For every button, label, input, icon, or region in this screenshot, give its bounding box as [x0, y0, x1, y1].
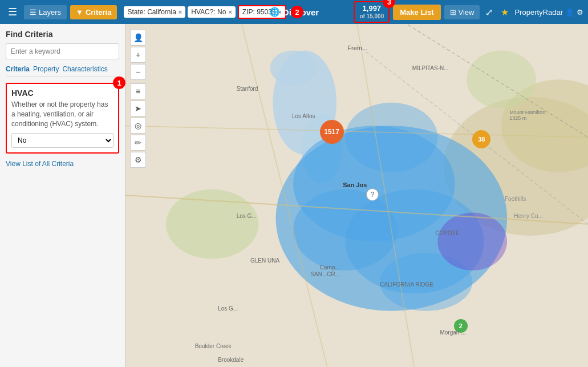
cluster-marker-1517[interactable]: 1517	[320, 120, 344, 144]
sidebar-tabs: Criteria Property Characteristics	[6, 65, 119, 77]
hvac-select[interactable]: No Yes Unknown	[11, 133, 113, 148]
map-background	[125, 24, 588, 367]
annotation-1: 1	[113, 76, 125, 89]
cluster-marker-2[interactable]: 2	[454, 319, 468, 333]
hvac-title: HVAC	[11, 88, 113, 98]
hvac-description: Whether or not the property has a heatin…	[11, 100, 113, 128]
globe-icon: 🌐	[269, 7, 280, 17]
svg-point-11	[293, 189, 397, 271]
settings-icon: ⚙	[577, 8, 583, 17]
count-badge-wrapper: 1,997 of 15,000 3	[354, 1, 390, 23]
main-content: Find Criteria Criteria Property Characte…	[0, 24, 588, 367]
tab-property[interactable]: Property	[33, 65, 59, 73]
share-icon: ⤢	[485, 7, 493, 17]
filter-tag-hvac-remove[interactable]: ×	[228, 9, 232, 15]
tab-characteristics[interactable]: Characteristics	[62, 65, 107, 73]
svg-point-7	[467, 51, 536, 108]
criteria-label: Criteria	[86, 8, 112, 17]
navigate-tool-button[interactable]: ➤	[130, 100, 146, 116]
filter-tag-state-remove[interactable]: ×	[179, 9, 182, 15]
view-all-criteria-link[interactable]: View List of All Criteria	[6, 160, 74, 168]
filter-tag-hvac: HVAC?: No ×	[188, 6, 236, 18]
layers-tool-button[interactable]: ≡	[130, 83, 146, 99]
make-list-button[interactable]: Make List	[393, 5, 440, 20]
svg-point-14	[437, 212, 507, 270]
hamburger-icon[interactable]: ☰	[5, 3, 21, 21]
zoom-in-button[interactable]: +	[130, 47, 146, 63]
user-menu[interactable]: PropertyRadar 👤 ⚙	[514, 8, 583, 17]
layers-button[interactable]: ☰ Layers	[24, 5, 67, 19]
count-value: 1,997	[359, 4, 384, 13]
hvac-criteria-wrapper: HVAC Whether or not the property has a h…	[6, 83, 119, 154]
location-tool-button[interactable]: ◎	[130, 118, 146, 134]
svg-point-3	[270, 51, 316, 86]
filter-tag-state: State: California ×	[124, 6, 185, 18]
view-icon: ⊞	[450, 8, 456, 17]
streetview-tool-button[interactable]: 👤	[130, 30, 146, 46]
svg-point-6	[166, 189, 258, 259]
annotation-2: 2	[291, 6, 303, 18]
share-button[interactable]: ⤢	[483, 5, 495, 20]
star-icon: ★	[501, 7, 509, 17]
map-settings-button[interactable]: ⚙	[130, 152, 146, 168]
filter-tag-state-label: State: California	[127, 8, 176, 16]
filter-icon: ▼	[76, 8, 83, 17]
hvac-criteria-box: HVAC Whether or not the property has a h…	[6, 83, 119, 154]
user-label: PropertyRadar	[514, 8, 563, 17]
top-nav: ☰ ☰ Layers ▼ Criteria State: California …	[0, 0, 588, 24]
zoom-out-button[interactable]: −	[130, 64, 146, 80]
count-sub: of 15,000	[359, 13, 384, 20]
filter-tag-hvac-label: HVAC?: No	[191, 8, 226, 16]
map-area[interactable]: 👤 + − ≡ ➤ ◎ ✏ ⚙ 1517 38 2 Frem... San Jo…	[125, 24, 588, 367]
criteria-search-input[interactable]	[6, 43, 119, 59]
layers-label: Layers	[39, 8, 61, 17]
star-button[interactable]: ★	[498, 5, 511, 20]
nav-right: 1,997 of 15,000 3 Make List ⊞ View ⤢ ★ P…	[354, 1, 583, 23]
layers-icon: ☰	[30, 8, 37, 17]
view-button[interactable]: ⊞ View	[444, 5, 480, 19]
user-avatar-icon: 👤	[565, 8, 574, 17]
draw-tool-button[interactable]: ✏	[130, 135, 146, 151]
criteria-button[interactable]: ▼ Criteria	[70, 5, 117, 19]
map-toolbar: 👤 + − ≡ ➤ ◎ ✏ ⚙	[130, 30, 146, 168]
view-label: View	[459, 8, 475, 17]
sidebar: Find Criteria Criteria Property Characte…	[0, 24, 125, 367]
tab-criteria[interactable]: Criteria	[6, 65, 30, 73]
svg-point-12	[345, 103, 437, 172]
sidebar-title: Find Criteria	[6, 30, 119, 39]
